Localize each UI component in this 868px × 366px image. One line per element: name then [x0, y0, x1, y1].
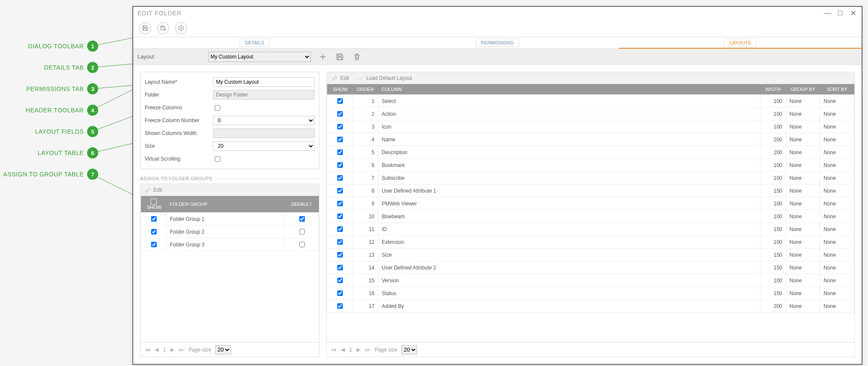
show-checkbox[interactable]: [151, 216, 157, 222]
callout-label: DETAILS TAB: [44, 64, 84, 71]
cols-edit-button[interactable]: Edit: [332, 75, 349, 81]
show-checkbox[interactable]: [337, 188, 343, 193]
pager-size-label: Page size: [189, 347, 211, 353]
pager-last-button[interactable]: ⏭: [179, 346, 184, 353]
callout-badge: 5: [87, 126, 98, 137]
column-cell: Name: [378, 133, 760, 146]
default-checkbox[interactable]: [299, 229, 305, 234]
groupby-cell: None: [786, 120, 820, 133]
delete-layout-button[interactable]: [352, 52, 362, 62]
width-cell: 150: [760, 184, 786, 197]
plus-icon: [319, 53, 327, 61]
callout-label: LAYOUT FIELDS: [35, 128, 84, 135]
default-checkbox[interactable]: [299, 242, 305, 247]
show-checkbox[interactable]: [151, 229, 157, 234]
tab-permissions[interactable]: PERMISSIONS: [376, 37, 619, 48]
folder-group-cell: Folder Group 2: [167, 225, 285, 238]
pager-page: 1: [349, 347, 352, 353]
tab-details[interactable]: DETAILS: [133, 37, 376, 48]
groups-edit-button[interactable]: Edit: [153, 187, 162, 193]
layout-select[interactable]: My Custom Layout: [208, 52, 311, 62]
column-cell: Description: [378, 146, 760, 159]
show-checkbox[interactable]: [337, 149, 343, 155]
size-select[interactable]: 20: [213, 141, 315, 151]
save-icon: [142, 25, 149, 32]
show-checkbox[interactable]: [337, 175, 343, 181]
show-checkbox[interactable]: [337, 252, 343, 258]
folder-group-cell: Folder Group 1: [167, 213, 285, 225]
freeze-cols-checkbox[interactable]: [215, 105, 220, 111]
show-checkbox[interactable]: [337, 137, 343, 142]
save-plus-icon: [160, 25, 167, 32]
width-cell: 150: [760, 223, 786, 236]
cancel-button[interactable]: [175, 22, 187, 34]
show-checkbox[interactable]: [337, 124, 343, 129]
width-cell: 100: [760, 236, 786, 249]
callout-6: LAYOUT TABLE6: [38, 147, 98, 158]
load-default-button[interactable]: Load Default Layout: [358, 75, 412, 81]
table-row: 16Status150NoneNone: [327, 287, 854, 300]
callout-label: DIALOG TOOLBAR: [28, 43, 84, 50]
show-checkbox[interactable]: [337, 303, 343, 309]
width-cell: 200: [760, 133, 786, 146]
show-checkbox[interactable]: [337, 162, 343, 168]
table-row: 9PMWeb Viewer100NoneNone: [327, 197, 854, 210]
pager-next-button[interactable]: ▶: [170, 346, 175, 353]
folder-group-cell: Folder Group 3: [167, 238, 285, 251]
minimize-button[interactable]: —: [823, 9, 832, 18]
default-checkbox[interactable]: [299, 216, 305, 222]
vscroll-checkbox[interactable]: [215, 156, 220, 162]
column-cell: Select: [378, 95, 760, 108]
maximize-button[interactable]: □: [836, 9, 845, 18]
groupby-cell: None: [786, 210, 820, 223]
table-row: 11ID150NoneNone: [327, 223, 854, 236]
width-cell: 150: [760, 249, 786, 261]
layout-name-input[interactable]: [213, 77, 315, 87]
layout-select-label: Layout: [137, 53, 202, 60]
layout-table: Edit Load Default Layout SHOW ORDER COLU…: [326, 72, 855, 357]
show-checkbox[interactable]: [337, 226, 343, 232]
checkbox-icon[interactable]: [151, 199, 157, 205]
width-cell: 100: [760, 210, 786, 223]
callout-badge: 3: [87, 83, 98, 94]
callout-badge: 2: [87, 62, 98, 73]
show-checkbox[interactable]: [151, 242, 157, 247]
width-cell: 100: [760, 172, 786, 184]
width-cell: 100: [760, 120, 786, 133]
add-layout-button[interactable]: [318, 52, 328, 62]
order-cell: 9: [353, 197, 378, 210]
layout-fields: Layout Name* Folder Freeze Columns Freez…: [140, 72, 319, 169]
callout-label: PERMISSIONS TAB: [26, 85, 84, 92]
freeze-num-select[interactable]: 0: [213, 116, 315, 125]
show-checkbox[interactable]: [337, 98, 343, 104]
show-checkbox[interactable]: [337, 290, 343, 296]
show-checkbox[interactable]: [337, 265, 343, 270]
show-checkbox[interactable]: [337, 239, 343, 245]
pager-first-button[interactable]: ⏮: [145, 346, 150, 353]
save-as-button[interactable]: [157, 22, 169, 34]
table-row: Folder Group 1: [141, 213, 319, 225]
pager-first-button[interactable]: ⏮: [331, 346, 336, 353]
pager-prev-button[interactable]: ◀: [341, 346, 345, 353]
pager-size-select[interactable]: 20: [401, 345, 417, 354]
width-cell: 100: [760, 108, 786, 120]
show-checkbox[interactable]: [337, 278, 343, 283]
show-checkbox[interactable]: [337, 201, 343, 206]
order-cell: 8: [353, 184, 378, 197]
order-cell: 2: [353, 108, 378, 120]
pager-last-button[interactable]: ⏭: [365, 346, 371, 353]
show-checkbox[interactable]: [337, 111, 343, 117]
sortby-cell: None: [820, 172, 854, 184]
check-icon: [358, 75, 364, 81]
close-button[interactable]: ✕: [849, 9, 857, 18]
order-cell: 6: [353, 159, 378, 172]
pager-prev-button[interactable]: ◀: [155, 346, 159, 353]
save-layout-button[interactable]: [335, 52, 345, 62]
pager-size-select[interactable]: 20: [215, 345, 231, 354]
save-button[interactable]: [139, 22, 151, 34]
pager-next-button[interactable]: ▶: [357, 346, 361, 353]
show-checkbox[interactable]: [337, 214, 343, 219]
tab-layouts[interactable]: LAYOUTS: [619, 37, 862, 48]
size-label: Size: [145, 143, 213, 149]
pencil-icon: [332, 75, 338, 81]
